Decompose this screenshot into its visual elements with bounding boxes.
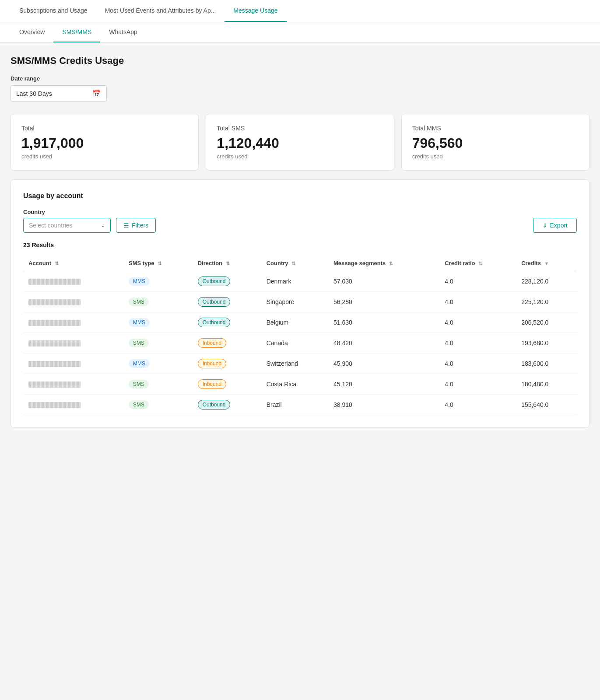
col-header-message-segments[interactable]: Message segments ⇅ xyxy=(328,256,439,271)
table-row: SMSOutboundSingapore56,2804.0225,120.0 xyxy=(23,292,577,312)
stat-sms-sub: credits used xyxy=(217,153,383,160)
top-nav-subscriptions[interactable]: Subscriptions and Usage xyxy=(11,0,96,22)
date-range-label: Date range xyxy=(11,75,589,82)
direction-badge: Outbound xyxy=(198,297,231,307)
cell-account xyxy=(23,312,123,333)
col-header-country[interactable]: Country ⇅ xyxy=(261,256,328,271)
table-row: SMSOutboundBrazil38,9104.0155,640.0 xyxy=(23,395,577,415)
filters-row: Country Select countries ⌄ ☰ Filters ⇓ E… xyxy=(23,209,577,233)
stat-mms-value: 796,560 xyxy=(412,135,579,151)
cell-credit-ratio: 4.0 xyxy=(439,354,516,374)
table-row: MMSOutboundBelgium51,6304.0206,520.0 xyxy=(23,312,577,333)
tab-whatsapp[interactable]: WhatsApp xyxy=(100,22,146,42)
export-icon: ⇓ xyxy=(542,222,547,229)
col-header-direction[interactable]: Direction ⇅ xyxy=(193,256,261,271)
cell-country: Canada xyxy=(261,333,328,354)
col-header-sms-type[interactable]: SMS type ⇅ xyxy=(123,256,193,271)
account-redacted xyxy=(28,361,81,367)
stat-sms-title: Total SMS xyxy=(217,125,383,132)
cell-direction: Outbound xyxy=(193,292,261,312)
account-redacted xyxy=(28,279,81,285)
cell-sms-type: MMS xyxy=(123,354,193,374)
table-row: MMSInboundSwitzerland45,9004.0183,600.0 xyxy=(23,354,577,374)
cell-country: Belgium xyxy=(261,312,328,333)
page-title: SMS/MMS Credits Usage xyxy=(11,55,589,66)
filters-label: Filters xyxy=(132,222,148,229)
account-redacted xyxy=(28,402,81,408)
cell-direction: Outbound xyxy=(193,312,261,333)
cell-country: Costa Rica xyxy=(261,374,328,395)
stat-mms-sub: credits used xyxy=(412,153,579,160)
usage-section: Usage by account Country Select countrie… xyxy=(11,179,589,428)
cell-sms-type: MMS xyxy=(123,312,193,333)
cell-credit-ratio: 4.0 xyxy=(439,312,516,333)
col-header-account[interactable]: Account ⇅ xyxy=(23,256,123,271)
cell-credits: 183,600.0 xyxy=(516,354,577,374)
stat-total-sub: credits used xyxy=(21,153,188,160)
sort-segments-icon: ⇅ xyxy=(389,261,393,266)
cell-credits: 193,680.0 xyxy=(516,333,577,354)
table-row: SMSInboundCosta Rica45,1204.0180,480.0 xyxy=(23,374,577,395)
filters-button[interactable]: ☰ Filters xyxy=(116,218,156,233)
col-header-credits[interactable]: Credits ▼ xyxy=(516,256,577,271)
cell-direction: Outbound xyxy=(193,395,261,415)
sms-type-badge: SMS xyxy=(129,339,149,347)
cell-message-segments: 45,120 xyxy=(328,374,439,395)
tab-sms-mms[interactable]: SMS/MMS xyxy=(53,22,100,42)
col-header-credit-ratio[interactable]: Credit ratio ⇅ xyxy=(439,256,516,271)
stat-card-total: Total 1,917,000 credits used xyxy=(11,114,199,171)
table-row: MMSOutboundDenmark57,0304.0228,120.0 xyxy=(23,271,577,292)
cell-message-segments: 45,900 xyxy=(328,354,439,374)
sms-type-badge: SMS xyxy=(129,380,149,388)
stat-card-sms: Total SMS 1,120,440 credits used xyxy=(206,114,394,171)
date-range-section: Date range Last 30 Days 📅 xyxy=(11,75,589,102)
results-count: 23 Results xyxy=(23,242,577,248)
filters-left: Country Select countries ⌄ ☰ Filters xyxy=(23,209,156,233)
cell-message-segments: 38,910 xyxy=(328,395,439,415)
sort-creditratio-icon: ⇅ xyxy=(478,261,482,266)
cell-country: Denmark xyxy=(261,271,328,292)
sms-type-badge: SMS xyxy=(129,400,149,409)
calendar-icon: 📅 xyxy=(92,89,101,98)
top-navigation: Subscriptions and Usage Most Used Events… xyxy=(0,0,600,22)
sort-credits-icon: ▼ xyxy=(544,261,549,266)
cell-sms-type: SMS xyxy=(123,374,193,395)
sub-navigation: Overview SMS/MMS WhatsApp xyxy=(0,22,600,43)
tab-overview[interactable]: Overview xyxy=(11,22,53,42)
top-nav-most-used[interactable]: Most Used Events and Attributes by Ap... xyxy=(96,0,225,22)
page-content: SMS/MMS Credits Usage Date range Last 30… xyxy=(0,43,600,440)
cell-credits: 225,120.0 xyxy=(516,292,577,312)
account-redacted xyxy=(28,340,81,346)
cell-credits: 155,640.0 xyxy=(516,395,577,415)
stat-mms-title: Total MMS xyxy=(412,125,579,132)
cell-account xyxy=(23,292,123,312)
cell-account xyxy=(23,333,123,354)
cell-direction: Inbound xyxy=(193,354,261,374)
cell-credit-ratio: 4.0 xyxy=(439,292,516,312)
export-button[interactable]: ⇓ Export xyxy=(533,218,577,233)
cell-credit-ratio: 4.0 xyxy=(439,271,516,292)
data-table: Account ⇅ SMS type ⇅ Direction ⇅ Country… xyxy=(23,256,577,415)
cell-direction: Inbound xyxy=(193,333,261,354)
cell-sms-type: SMS xyxy=(123,292,193,312)
direction-badge: Inbound xyxy=(198,359,226,368)
top-nav-message-usage[interactable]: Message Usage xyxy=(225,0,286,22)
cell-credit-ratio: 4.0 xyxy=(439,395,516,415)
chevron-down-icon: ⌄ xyxy=(101,222,105,228)
export-label: Export xyxy=(550,222,568,229)
cell-credit-ratio: 4.0 xyxy=(439,333,516,354)
cell-sms-type: SMS xyxy=(123,333,193,354)
country-select[interactable]: Select countries ⌄ xyxy=(23,218,111,233)
account-redacted xyxy=(28,382,81,388)
direction-badge: Inbound xyxy=(198,379,226,389)
filter-icon: ☰ xyxy=(123,222,129,229)
table-header-row: Account ⇅ SMS type ⇅ Direction ⇅ Country… xyxy=(23,256,577,271)
sort-country-icon: ⇅ xyxy=(291,261,295,266)
cell-message-segments: 48,420 xyxy=(328,333,439,354)
country-select-placeholder: Select countries xyxy=(29,222,73,229)
cell-message-segments: 56,280 xyxy=(328,292,439,312)
date-range-picker[interactable]: Last 30 Days 📅 xyxy=(11,85,107,102)
cell-account xyxy=(23,374,123,395)
sms-type-badge: MMS xyxy=(129,318,150,327)
stat-total-value: 1,917,000 xyxy=(21,135,188,151)
